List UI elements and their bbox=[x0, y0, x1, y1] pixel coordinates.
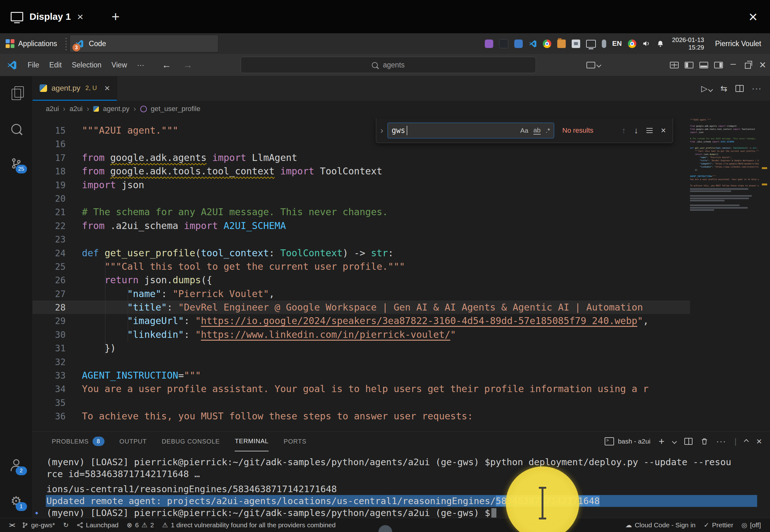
code-line[interactable]: 29 "imageUrl": "https://io.google/2024/s… bbox=[33, 314, 690, 327]
vscode-tray-icon[interactable] bbox=[529, 40, 537, 48]
screencast-off-status[interactable]: ◎[off] bbox=[737, 521, 765, 529]
display-settings-icon[interactable] bbox=[586, 40, 596, 48]
code-line[interactable]: 21# The schema for any A2UI message. Thi… bbox=[33, 205, 690, 219]
remote-window-menu[interactable] bbox=[586, 54, 601, 76]
tab-problems[interactable]: PROBLEMS8 bbox=[52, 432, 104, 451]
files-icon[interactable] bbox=[557, 40, 566, 48]
customize-layout-button[interactable] bbox=[667, 54, 682, 76]
vulnerability-status[interactable]: ⚠ 1 direct vulnerability found for all t… bbox=[158, 521, 340, 529]
code-line[interactable]: 34You are a user profile assistant. Your… bbox=[33, 382, 690, 396]
overview-ruler[interactable] bbox=[759, 117, 770, 431]
remote-indicator[interactable]: >< bbox=[5, 522, 18, 529]
keyboard-layout-indicator[interactable]: EN bbox=[612, 40, 622, 48]
terminal-line[interactable]: Updated remote agent: projects/a2ui-agen… bbox=[33, 495, 770, 507]
whole-word-toggle[interactable]: ab bbox=[533, 126, 541, 135]
tab-agent-py[interactable]: agent.py 2, U × bbox=[33, 76, 117, 101]
tab-terminal[interactable]: TERMINAL bbox=[235, 431, 269, 451]
menu-file[interactable]: File bbox=[23, 61, 44, 69]
menu-view[interactable]: View bbox=[106, 61, 132, 69]
find-input[interactable]: gws Aa ab .* bbox=[388, 123, 554, 138]
tab-debug-console[interactable]: DEBUG CONSOLE bbox=[162, 432, 220, 451]
minimap[interactable]: """A2UI agent."""from google.adk.agents … bbox=[688, 117, 759, 431]
blue-app-icon[interactable] bbox=[514, 40, 523, 48]
menu-more[interactable]: ··· bbox=[132, 61, 149, 69]
close-display-tab-icon[interactable]: × bbox=[77, 11, 83, 23]
terminal-dropdown-chevron-icon[interactable] bbox=[672, 439, 677, 444]
source-control-view-icon[interactable]: 25 bbox=[8, 155, 25, 172]
display-tab[interactable]: Display 1 × bbox=[0, 0, 94, 33]
command-center-search[interactable]: agents bbox=[241, 57, 536, 73]
code-line[interactable]: 19import json bbox=[33, 178, 690, 192]
screenshot-icon[interactable] bbox=[572, 40, 580, 48]
back-button[interactable]: ← bbox=[162, 60, 171, 70]
code-line[interactable]: 20 bbox=[33, 192, 690, 205]
browser-icon[interactable] bbox=[628, 40, 636, 48]
applications-menu-button[interactable]: Applications bbox=[0, 33, 63, 54]
settings-gear-icon[interactable]: ⚙1 bbox=[8, 492, 25, 510]
terminal-line[interactable]: (myenv) [LOAS2] pierrick@pierrick:~/git/… bbox=[33, 456, 770, 468]
terminal-content[interactable]: (myenv) [LOAS2] pierrick@pierrick:~/git/… bbox=[33, 451, 770, 518]
close-tab-icon[interactable]: × bbox=[104, 83, 110, 93]
purple-app-icon[interactable] bbox=[485, 40, 493, 48]
git-branch-status[interactable]: ge-gws* bbox=[18, 521, 59, 529]
forward-button[interactable]: → bbox=[183, 60, 193, 70]
clock[interactable]: 2026-01-13 15:29 bbox=[672, 36, 704, 51]
new-display-tab-button[interactable]: + bbox=[112, 9, 120, 24]
code-line[interactable]: 18from google.adk.tools.tool_context imp… bbox=[33, 164, 690, 178]
close-viewer-icon[interactable]: × bbox=[749, 8, 757, 25]
more-editor-actions-button[interactable]: ··· bbox=[752, 84, 762, 93]
regex-toggle[interactable]: .* bbox=[546, 127, 550, 134]
split-terminal-button[interactable] bbox=[684, 438, 692, 445]
close-window-button[interactable]: × bbox=[755, 54, 770, 76]
sync-changes-button[interactable]: ↻ bbox=[59, 521, 73, 529]
search-view-icon[interactable] bbox=[8, 120, 25, 138]
terminal-line[interactable]: ◆(myenv) [LOAS2] pierrick@pierrick:~/git… bbox=[33, 507, 770, 518]
menu-selection[interactable]: Selection bbox=[67, 61, 107, 69]
prettier-status[interactable]: ✓Prettier bbox=[700, 521, 737, 529]
split-editor-button[interactable] bbox=[735, 85, 744, 92]
code-line[interactable]: 17from google.adk.agents import LlmAgent bbox=[33, 151, 690, 164]
volume-icon[interactable] bbox=[642, 40, 650, 48]
more-panel-actions-button[interactable]: ··· bbox=[716, 437, 726, 446]
code-line[interactable]: 36To achieve this, you MUST follow these… bbox=[33, 409, 690, 423]
code-line[interactable]: 22from .a2ui_schema import A2UI_SCHEMA bbox=[33, 219, 690, 232]
terminal-shell-selector[interactable]: bash - a2ui bbox=[605, 437, 650, 445]
toggle-replace-chevron-icon[interactable]: › bbox=[376, 125, 388, 136]
restore-button[interactable] bbox=[741, 54, 755, 76]
code-line[interactable]: 25 """Call this tool to get the current … bbox=[33, 260, 690, 273]
cloud-code-signin[interactable]: ☁Cloud Code - Sign in bbox=[621, 521, 700, 529]
kill-terminal-trash-icon[interactable] bbox=[701, 438, 708, 445]
previous-match-button[interactable]: ↑ bbox=[622, 126, 626, 136]
open-changes-button[interactable]: ⇆ bbox=[720, 84, 727, 93]
explorer-view-icon[interactable] bbox=[8, 86, 25, 103]
code-line[interactable]: 26 return json.dumps({ bbox=[33, 273, 690, 287]
minimize-button[interactable]: – bbox=[726, 53, 741, 75]
code-line[interactable]: 35 bbox=[33, 396, 690, 409]
breadcrumb-folder[interactable]: a2ui bbox=[46, 105, 59, 113]
tab-ports[interactable]: PORTS bbox=[284, 432, 307, 451]
run-python-file-button[interactable]: ▷ bbox=[701, 84, 712, 93]
toggle-primary-sidebar-button[interactable] bbox=[682, 54, 696, 76]
username-label[interactable]: Pierrick Voulet bbox=[715, 40, 761, 48]
new-terminal-button[interactable]: + bbox=[659, 436, 665, 447]
find-in-selection-button[interactable] bbox=[646, 128, 653, 129]
code-line[interactable]: 27 "name": "Pierrick Voulet", bbox=[33, 287, 690, 301]
dark-app-icon[interactable] bbox=[499, 39, 508, 48]
terminal-line[interactable]: rce id=5834638717142171648 … bbox=[33, 468, 770, 480]
menu-edit[interactable]: Edit bbox=[44, 61, 67, 69]
launchpad-status[interactable]: Launchpad bbox=[73, 521, 123, 529]
maximize-panel-button[interactable] bbox=[744, 439, 749, 444]
breadcrumb-folder[interactable]: a2ui bbox=[70, 105, 83, 113]
next-match-button[interactable]: ↓ bbox=[634, 126, 639, 136]
code-line[interactable]: 31 }) bbox=[33, 341, 690, 355]
code-line[interactable]: 33AGENT_INSTRUCTION=""" bbox=[33, 369, 690, 382]
code-line[interactable]: 28 "title": "DevRel Engineer @ Google Wo… bbox=[33, 301, 690, 314]
terminal-line[interactable]: ions/us-central1/reasoningEngines/583463… bbox=[33, 483, 770, 495]
chrome-icon[interactable] bbox=[543, 40, 551, 48]
close-panel-button[interactable]: × bbox=[756, 436, 762, 447]
breadcrumb-symbol[interactable]: get_user_profile bbox=[151, 105, 201, 113]
close-find-widget-button[interactable]: × bbox=[661, 126, 666, 136]
window-button-code[interactable]: 3 Code bbox=[70, 35, 218, 52]
code-line[interactable]: 30 "linkedin": "https://www.linkedin.com… bbox=[33, 328, 690, 341]
accounts-icon[interactable]: 2 bbox=[8, 456, 25, 474]
